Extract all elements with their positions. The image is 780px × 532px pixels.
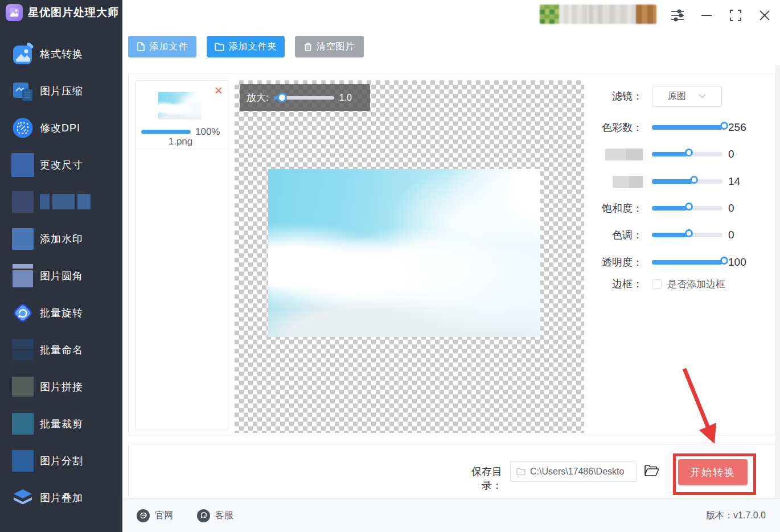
sidebar-item-label: 图片拼接	[40, 380, 83, 394]
zoom-slider[interactable]	[274, 96, 334, 100]
redacted-slider-row: 14	[592, 171, 776, 192]
user-account-redacted[interactable]	[540, 5, 656, 24]
sidebar-item-image-compress[interactable]: 图片压缩	[0, 72, 122, 109]
save-dir-value: C:\Users\17486\Deskto	[530, 467, 624, 477]
file-thumbnail[interactable]	[158, 92, 202, 119]
bottom-bar: 保存目录： C:\Users\17486\Deskto 开始转换	[128, 443, 775, 498]
browse-folder-icon[interactable]	[644, 464, 659, 480]
rounded-corner-icon	[11, 265, 34, 287]
sidebar-item-image-overlay[interactable]: 图片叠加	[0, 479, 122, 516]
folder-icon	[215, 43, 224, 51]
sidebar-item-image-split[interactable]: 图片分割	[0, 442, 122, 479]
hue-row: 色调： 0	[592, 224, 776, 246]
zoom-slider-thumb[interactable]	[277, 93, 287, 102]
slider-fill	[652, 233, 687, 237]
filter-selected-value: 原图	[668, 90, 686, 102]
sidebar-item-resize[interactable]: 更改尺寸	[0, 146, 122, 183]
sidebar-item-format-convert[interactable]: 格式转换	[0, 35, 122, 72]
slider-thumb[interactable]	[685, 203, 693, 211]
redacted-slider-row: 0	[592, 143, 776, 165]
main-panel: ✕ 100% 1.png 放大: 1.0 滤镜：	[128, 73, 775, 435]
preview-image[interactable]	[268, 169, 540, 337]
hue-label: 色调：	[592, 228, 643, 242]
slider-thumb[interactable]	[690, 176, 698, 184]
clear-images-button[interactable]: 清空图片	[295, 36, 364, 57]
format-convert-icon	[11, 43, 34, 65]
sidebar-item-label: 图片叠加	[40, 491, 83, 505]
slider-fill	[652, 206, 687, 211]
opacity-label: 透明度：	[592, 255, 643, 269]
file-list-panel: ✕ 100% 1.png	[136, 80, 228, 431]
image-split-icon	[11, 449, 34, 472]
sidebar-item-batch-rotate[interactable]: 批量旋转	[0, 294, 122, 331]
sidebar-item-watermark[interactable]: 添加水印	[0, 220, 122, 257]
opacity-slider[interactable]	[652, 260, 722, 265]
color-count-label: 色彩数：	[592, 121, 643, 134]
zoom-slider-fill	[274, 96, 282, 100]
slider-thumb[interactable]	[720, 257, 728, 265]
save-dir-label: 保存目录：	[453, 465, 502, 492]
add-folder-button[interactable]: 添加文件夹	[207, 36, 285, 57]
save-dir-input[interactable]: C:\Users\17486\Deskto	[510, 461, 637, 482]
slider-thumb[interactable]	[685, 149, 693, 156]
start-convert-button[interactable]: 开始转换	[678, 459, 748, 485]
slider-fill	[652, 125, 722, 130]
settings-icon[interactable]	[670, 7, 685, 23]
border-row: 边框： 是否添加边框	[592, 273, 776, 295]
redacted-slider-value: 0	[728, 148, 734, 160]
sidebar-item-label: 图片分割	[40, 454, 83, 468]
slider-fill	[652, 260, 722, 265]
minimize-button[interactable]	[699, 7, 714, 23]
color-count-slider[interactable]	[652, 125, 722, 130]
saturation-value: 0	[728, 202, 734, 215]
saturation-slider[interactable]	[652, 206, 722, 211]
watermark-icon	[11, 228, 34, 250]
delete-file-icon[interactable]: ✕	[214, 85, 223, 96]
filter-select-row: 滤镜： 原图	[592, 85, 776, 107]
sidebar-item-image-stitch[interactable]: 图片拼接	[0, 368, 122, 405]
slider-thumb[interactable]	[685, 229, 693, 237]
border-checkbox[interactable]	[652, 279, 662, 289]
customer-support-link[interactable]: 客服	[197, 509, 233, 522]
image-icon	[9, 7, 19, 18]
sidebar-item-batch-crop[interactable]: 批量裁剪	[0, 405, 122, 442]
file-icon	[137, 42, 145, 51]
saturation-label: 饱和度：	[592, 201, 643, 215]
folder-icon	[516, 468, 526, 476]
close-button[interactable]	[757, 7, 772, 23]
color-count-value: 256	[728, 121, 746, 134]
sidebar-item-label: 批量裁剪	[40, 417, 83, 431]
hue-slider[interactable]	[652, 233, 722, 237]
batch-rotate-icon	[11, 302, 34, 324]
redacted-label	[592, 148, 643, 160]
preview-canvas[interactable]: 放大: 1.0	[235, 80, 584, 433]
sidebar-item-label: 批量旋转	[40, 306, 83, 320]
sidebar-item-modify-dpi[interactable]: 修改DPI	[0, 109, 122, 146]
slider-thumb[interactable]	[720, 122, 728, 130]
sidebar-item-label: 更改尺寸	[40, 158, 83, 172]
sidebar: 星优图片处理大师 格式转换	[0, 0, 122, 532]
sidebar-item-label: 批量命名	[40, 343, 83, 357]
file-list-item[interactable]: ✕ 100% 1.png	[136, 81, 228, 149]
redacted-slider-value: 14	[728, 175, 740, 188]
image-overlay-icon	[11, 486, 34, 509]
sidebar-item-redacted[interactable]	[0, 183, 122, 220]
sidebar-item-rounded-corner[interactable]: 图片圆角	[0, 257, 122, 294]
support-label: 客服	[215, 510, 233, 522]
app-logo-icon	[6, 4, 23, 21]
app-logo-row: 星优图片处理大师	[0, 0, 122, 21]
filter-dropdown[interactable]: 原图	[652, 86, 722, 107]
maximize-button[interactable]	[728, 7, 743, 23]
sidebar-item-label: 图片压缩	[40, 84, 83, 98]
redacted-slider[interactable]	[652, 152, 722, 156]
hue-value: 0	[728, 229, 734, 241]
add-folder-label: 添加文件夹	[229, 41, 277, 53]
batch-crop-icon	[11, 413, 34, 435]
official-website-link[interactable]: 官网	[137, 509, 173, 522]
redacted-slider[interactable]	[652, 179, 722, 184]
slider-fill	[652, 152, 687, 156]
border-checkbox-label: 是否添加边框	[667, 278, 725, 291]
footer-links: 官网 客服	[137, 499, 233, 532]
add-file-button[interactable]: 添加文件	[128, 36, 196, 57]
sidebar-item-batch-rename[interactable]: 批量命名	[0, 331, 122, 368]
